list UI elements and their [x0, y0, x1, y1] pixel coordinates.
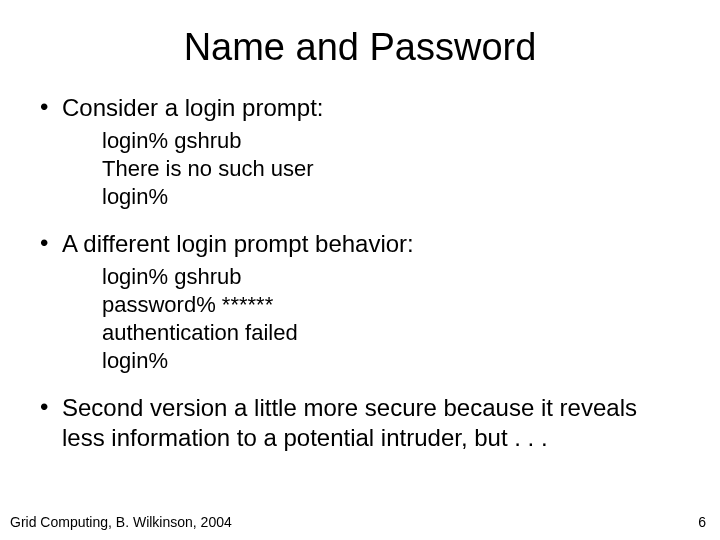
- example-line: login%: [102, 347, 684, 375]
- page-title: Name and Password: [36, 26, 684, 69]
- bullet-text: Consider a login prompt:: [62, 93, 684, 123]
- footer-source: Grid Computing, B. Wilkinson, 2004: [10, 514, 232, 530]
- example-line: login%: [102, 183, 684, 211]
- example-line: password% ******: [102, 291, 684, 319]
- example-line: login% gshrub: [102, 263, 684, 291]
- bullet-item: Second version a little more secure beca…: [36, 393, 684, 453]
- bullet-item: A different login prompt behavior: login…: [36, 229, 684, 375]
- example-block: login% gshrub There is no such user logi…: [102, 127, 684, 211]
- page-number: 6: [698, 514, 706, 530]
- bullet-text: A different login prompt behavior:: [62, 229, 684, 259]
- bullet-text: Second version a little more secure beca…: [62, 393, 684, 453]
- example-line: There is no such user: [102, 155, 684, 183]
- example-line: authentication failed: [102, 319, 684, 347]
- example-block: login% gshrub password% ****** authentic…: [102, 263, 684, 375]
- bullet-list: Consider a login prompt: login% gshrub T…: [36, 93, 684, 453]
- bullet-item: Consider a login prompt: login% gshrub T…: [36, 93, 684, 211]
- example-line: login% gshrub: [102, 127, 684, 155]
- slide: Name and Password Consider a login promp…: [0, 0, 720, 540]
